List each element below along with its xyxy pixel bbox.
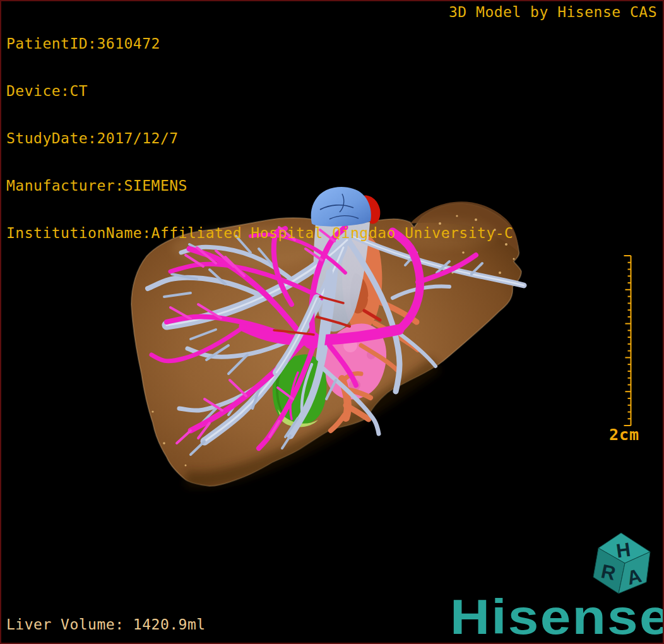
orientation-cube[interactable]: H R A — [1, 1, 664, 644]
viewport-3d[interactable]: PatientID:3610472 Device:CT StudyDate:20… — [1, 1, 663, 643]
liver-volume-readout: Liver Volume: 1420.9ml — [6, 616, 206, 633]
hisense-logo: Hisense — [450, 592, 664, 641]
